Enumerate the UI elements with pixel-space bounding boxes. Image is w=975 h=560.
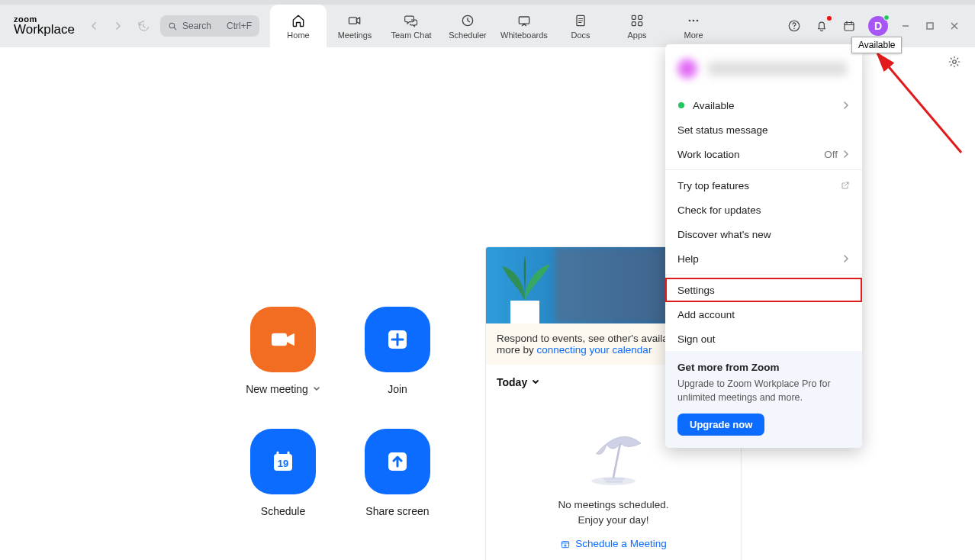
dropdown-item-set-status[interactable]: Set status message [665,117,862,142]
tab-docs[interactable]: Docs [552,5,609,47]
tab-scheduler[interactable]: Scheduler [439,5,496,47]
tab-label: More [684,31,703,40]
svg-text:19: 19 [278,458,288,469]
app-logo: zoom Workplace [0,14,84,37]
svg-point-13 [793,28,795,30]
dropdown-item-help[interactable]: Help [665,246,862,271]
nav-forward-button[interactable] [113,21,124,31]
search-placeholder: Search [182,21,211,31]
empty-line1: No meetings scheduled. [558,499,669,510]
connect-calendar-link[interactable]: connecting your calendar [537,344,652,356]
svg-rect-14 [845,23,854,31]
share-screen-button[interactable]: Share screen [340,429,455,551]
close-icon [950,21,959,31]
dropdown-item-available[interactable]: Available [665,93,862,117]
upgrade-now-button[interactable]: Upgrade now [677,414,764,436]
chevron-left-icon [90,22,98,30]
svg-point-11 [697,20,699,22]
window-minimize-button[interactable] [899,19,912,33]
gear-icon [948,55,961,69]
help-button[interactable] [786,18,803,34]
chevron-right-icon [842,255,850,262]
chevron-right-icon [842,101,850,109]
tab-label: Apps [627,31,646,40]
schedule-button[interactable]: 19 Schedule [226,429,340,551]
profile-dropdown: Available Set status message Work locati… [665,44,862,448]
tab-label: Team Chat [391,31,431,40]
presence-dot-icon [677,101,685,109]
new-meeting-button[interactable]: New meeting [226,307,340,429]
dropdown-item-discover-new[interactable]: Discover what's new [665,222,862,246]
tab-label: Docs [571,31,590,40]
apps-icon [629,12,645,29]
dropdown-item-work-location[interactable]: Work location Off [665,142,862,166]
video-icon [346,12,363,29]
history-button[interactable] [137,20,150,32]
dropdown-profile-header[interactable] [665,44,862,93]
history-icon [137,20,150,32]
more-icon [685,12,702,29]
tab-more[interactable]: More [665,5,722,47]
empty-line2: Enjoy your day! [578,514,648,526]
tile-label: Schedule [261,505,305,517]
chat-icon [403,12,420,29]
chevron-down-icon[interactable] [313,385,320,393]
tab-team-chat[interactable]: Team Chat [383,5,439,47]
tab-whiteboards[interactable]: Whiteboards [496,5,552,47]
logo-workplace-text: Workplace [14,22,75,37]
svg-rect-8 [639,22,642,26]
tile-label: Share screen [365,505,429,517]
tile-label: Join [388,383,407,395]
tab-home[interactable]: Home [270,5,327,47]
profile-name-blurred [708,62,847,76]
tile-label: New meeting [246,383,308,395]
dropdown-upgrade-footer: Get more from Zoom Upgrade to Zoom Workp… [665,351,862,448]
nav-back-button[interactable] [88,21,99,31]
window-maximize-button[interactable] [923,19,937,33]
svg-point-10 [693,20,695,22]
chevron-down-icon[interactable] [532,378,539,386]
footer-subtitle: Upgrade to Zoom Workplace Pro for unlimi… [677,378,850,404]
tab-label: Meetings [338,31,372,40]
search-input[interactable]: Search Ctrl+F [160,15,259,37]
svg-rect-3 [519,17,529,24]
video-camera-icon [250,307,316,372]
join-button[interactable]: Join [340,307,455,429]
svg-rect-7 [632,22,636,26]
svg-rect-15 [927,23,933,29]
today-label[interactable]: Today [497,376,527,388]
action-tiles: New meeting Join 19 Schedule Share scree… [226,307,455,551]
notification-dot-icon [827,16,832,21]
tab-label: Scheduler [449,31,487,40]
svg-rect-6 [639,15,642,19]
tab-label: Home [287,31,309,40]
search-icon [168,21,178,31]
dropdown-item-add-account[interactable]: Add account [665,302,862,327]
tab-meetings[interactable]: Meetings [327,5,383,47]
notifications-button[interactable] [813,18,830,34]
profile-avatar[interactable]: D [868,16,888,36]
dropdown-item-try-top-features[interactable]: Try top features [665,173,862,198]
minimize-icon [901,21,910,31]
calendar-plus-icon [560,539,571,549]
tab-apps[interactable]: Apps [609,5,665,47]
chevron-right-icon [114,22,122,30]
calendar-button[interactable] [841,18,858,34]
docs-icon [572,12,589,29]
dropdown-item-sign-out[interactable]: Sign out [665,327,862,351]
schedule-meeting-link[interactable]: Schedule a Meeting [560,538,666,549]
profile-avatar-blurred [676,57,699,80]
svg-point-27 [678,102,684,108]
footer-title: Get more from Zoom [677,362,850,373]
settings-gear-button[interactable] [948,55,961,69]
main-tabs: Home Meetings Team Chat Scheduler Whiteb… [270,5,722,47]
svg-rect-5 [632,15,636,19]
clock-icon [459,12,476,29]
dropdown-item-check-updates[interactable]: Check for updates [665,198,862,222]
presence-indicator-icon [883,14,890,21]
dropdown-item-settings[interactable]: Settings [665,278,862,302]
window-close-button[interactable] [948,19,961,33]
avatar-initial: D [874,20,882,32]
plus-icon [365,307,430,372]
home-icon [290,12,307,29]
